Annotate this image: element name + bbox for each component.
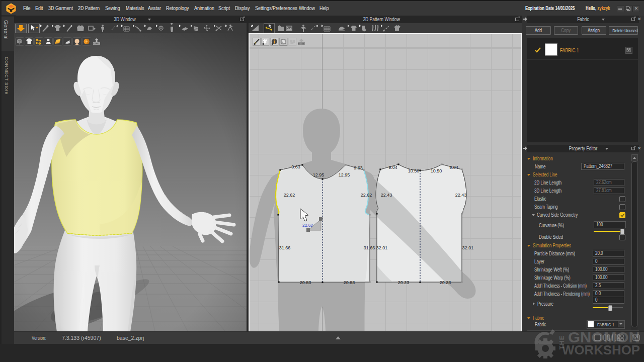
svg-text:9.04: 9.04 <box>388 165 397 170</box>
svg-text:10.50: 10.50 <box>408 168 420 173</box>
svg-text:10.50: 10.50 <box>431 168 442 173</box>
svg-text:32.01: 32.01 <box>462 245 474 250</box>
svg-text:20.23: 20.23 <box>440 280 451 285</box>
svg-text:22.62: 22.62 <box>361 193 372 198</box>
svg-text:31.66: 31.66 <box>364 245 375 250</box>
svg-text:20.83: 20.83 <box>300 280 311 285</box>
svg-text:22.62: 22.62 <box>284 193 295 198</box>
svg-text:20.83: 20.83 <box>344 280 355 285</box>
svg-text:31.66: 31.66 <box>279 245 291 250</box>
svg-text:12.95: 12.95 <box>339 172 350 177</box>
svg-text:12.95: 12.95 <box>313 172 325 177</box>
svg-text:9.63: 9.63 <box>291 164 300 169</box>
svg-text:9.63: 9.63 <box>354 165 363 170</box>
svg-text:22.43: 22.43 <box>381 193 392 198</box>
svg-text:WORKSHOP: WORKSHOP <box>562 343 640 357</box>
svg-text:9.04: 9.04 <box>449 165 458 170</box>
svg-text:20.23: 20.23 <box>398 280 410 285</box>
svg-text:32.01: 32.01 <box>376 245 388 250</box>
svg-text:22.43: 22.43 <box>455 193 467 198</box>
